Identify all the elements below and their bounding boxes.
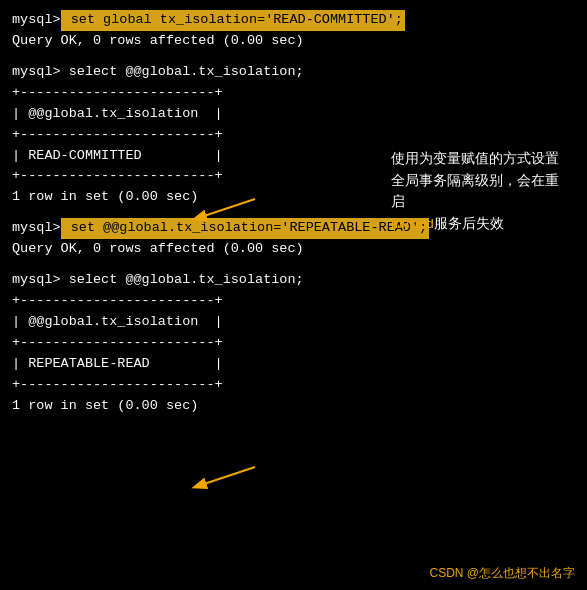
query-ok-1: Query OK, 0 rows affected (0.00 sec)	[12, 31, 575, 52]
annotation-line-3: mysqld服务后失效	[391, 213, 569, 235]
cmd-2: select @@global.tx_isolation;	[61, 62, 304, 83]
prompt-1: mysql>	[12, 10, 61, 31]
arrow-1	[185, 194, 265, 224]
divider-mid-1: +------------------------+	[12, 125, 575, 146]
watermark-text: CSDN @怎么也想不出名字	[429, 566, 575, 580]
watermark: CSDN @怎么也想不出名字	[429, 565, 575, 582]
cmd-4: select @@global.tx_isolation;	[61, 270, 304, 291]
prompt-2: mysql>	[12, 62, 61, 83]
arrow-2	[185, 462, 265, 492]
divider-bot-2: +------------------------+	[12, 375, 575, 396]
annotation-rest: 服务后失效	[434, 216, 504, 231]
row-count-2: 1 row in set (0.00 sec)	[12, 396, 575, 417]
svg-line-0	[195, 199, 255, 219]
command-line-1: mysql> set global tx_isolation='READ-COM…	[12, 10, 575, 31]
prompt-3: mysql>	[12, 218, 61, 239]
table-header-2: | @@global.tx_isolation |	[12, 312, 575, 333]
annotation-line-1: 使用为变量赋值的方式设置	[391, 148, 569, 170]
divider-mid-2: +------------------------+	[12, 333, 575, 354]
command-line-4: mysql> select @@global.tx_isolation;	[12, 270, 575, 291]
prompt-4: mysql>	[12, 270, 61, 291]
annotation: 使用为变量赋值的方式设置 全局事务隔离级别，会在重启 mysqld服务后失效	[391, 148, 569, 234]
table-header-1: | @@global.tx_isolation |	[12, 104, 575, 125]
command-line-2: mysql> select @@global.tx_isolation;	[12, 62, 575, 83]
annotation-highlight: mysqld	[391, 216, 434, 231]
divider-top-1: +------------------------+	[12, 83, 575, 104]
svg-line-2	[195, 467, 255, 487]
divider-top-2: +------------------------+	[12, 291, 575, 312]
cmd-1: set global tx_isolation='READ-COMMITTED'…	[61, 10, 405, 31]
query-ok-2: Query OK, 0 rows affected (0.00 sec)	[12, 239, 575, 260]
table-value-2: | REPEATABLE-READ |	[12, 354, 575, 375]
annotation-line-2: 全局事务隔离级别，会在重启	[391, 170, 569, 213]
